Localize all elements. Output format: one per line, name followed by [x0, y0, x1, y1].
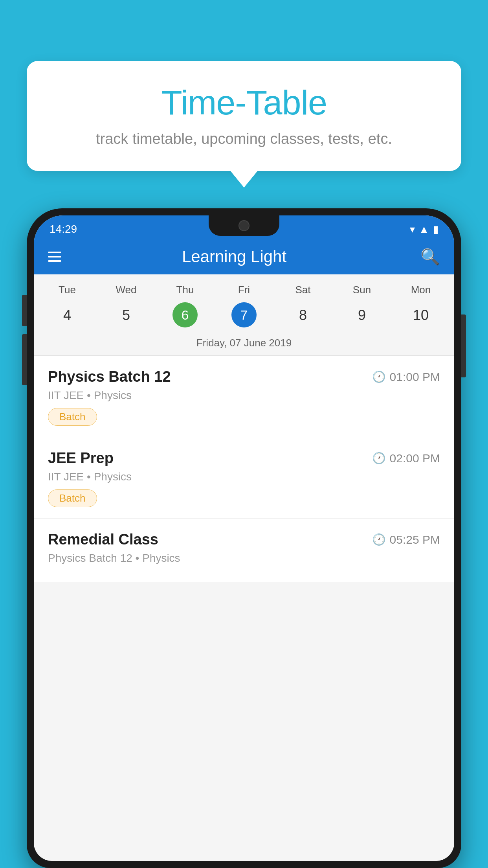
schedule-item-time-1: 🕐 01:00 PM	[372, 370, 440, 384]
day-10[interactable]: 10	[391, 302, 450, 328]
schedule-item-title-2: JEE Prep	[48, 450, 114, 467]
schedule-item-time-3: 🕐 05:25 PM	[372, 533, 440, 546]
status-icons: ▾ ▲ ▮	[410, 223, 438, 235]
phone-mockup: 14:29 ▾ ▲ ▮ Learning Light 🔍	[27, 208, 461, 868]
day-8[interactable]: 8	[273, 302, 332, 328]
schedule-item-time-2: 🕐 02:00 PM	[372, 452, 440, 465]
time-value-1: 01:00 PM	[390, 370, 440, 384]
search-button[interactable]: 🔍	[420, 248, 440, 266]
phone-screen: 14:29 ▾ ▲ ▮ Learning Light 🔍	[34, 215, 454, 861]
day-labels-row: Tue Wed Thu Fri Sat Sun Mon	[34, 281, 454, 299]
app-header: Learning Light 🔍	[34, 239, 454, 274]
day-9[interactable]: 9	[332, 302, 391, 328]
schedule-item-sub-3: Physics Batch 12 • Physics	[48, 552, 440, 565]
day-label-wed: Wed	[97, 281, 156, 299]
day-6-today[interactable]: 6	[172, 302, 198, 327]
time-value-2: 02:00 PM	[390, 452, 440, 465]
tooltip-card: Time-Table track timetable, upcoming cla…	[27, 61, 461, 171]
schedule-item-sub-2: IIT JEE • Physics	[48, 471, 440, 483]
front-camera	[238, 220, 250, 231]
time-value-3: 05:25 PM	[390, 533, 440, 546]
schedule-item-title-3: Remedial Class	[48, 531, 158, 548]
schedule-item-header-2: JEE Prep 🕐 02:00 PM	[48, 450, 440, 467]
volume-button-up	[22, 295, 27, 326]
app-title: Learning Light	[48, 247, 420, 266]
schedule-item-header-3: Remedial Class 🕐 05:25 PM	[48, 531, 440, 548]
day-label-tue: Tue	[38, 281, 97, 299]
schedule-item-sub-1: IIT JEE • Physics	[48, 389, 440, 402]
day-5[interactable]: 5	[97, 302, 156, 328]
wifi-icon: ▾	[410, 223, 415, 235]
volume-button-down	[22, 334, 27, 385]
batch-badge-2: Batch	[48, 489, 97, 507]
signal-icon: ▲	[419, 223, 429, 235]
calendar-strip: Tue Wed Thu Fri Sat Sun Mon 4 5 6 7 8	[34, 274, 454, 356]
clock-icon-3: 🕐	[372, 533, 386, 546]
schedule-item-physics-batch[interactable]: Physics Batch 12 🕐 01:00 PM IIT JEE • Ph…	[34, 356, 454, 437]
day-label-mon: Mon	[391, 281, 450, 299]
clock-icon-2: 🕐	[372, 452, 386, 465]
schedule-item-jee-prep[interactable]: JEE Prep 🕐 02:00 PM IIT JEE • Physics Ba…	[34, 437, 454, 519]
status-time: 14:29	[50, 223, 77, 235]
day-numbers-row: 4 5 6 7 8 9 10	[34, 299, 454, 333]
day-label-sat: Sat	[273, 281, 332, 299]
tooltip-title: Time-Table	[50, 83, 438, 123]
batch-badge-1: Batch	[48, 408, 97, 426]
power-button	[461, 314, 466, 377]
phone-notch	[209, 215, 279, 236]
day-label-sun: Sun	[332, 281, 391, 299]
day-7-selected[interactable]: 7	[231, 302, 257, 327]
day-4[interactable]: 4	[38, 302, 97, 328]
schedule-item-header-1: Physics Batch 12 🕐 01:00 PM	[48, 368, 440, 385]
clock-icon-1: 🕐	[372, 370, 386, 383]
schedule-list: Physics Batch 12 🕐 01:00 PM IIT JEE • Ph…	[34, 356, 454, 582]
selected-date-label: Friday, 07 June 2019	[34, 333, 454, 355]
schedule-item-remedial[interactable]: Remedial Class 🕐 05:25 PM Physics Batch …	[34, 519, 454, 582]
day-label-fri: Fri	[215, 281, 273, 299]
schedule-item-title-1: Physics Batch 12	[48, 368, 171, 385]
day-label-thu: Thu	[156, 281, 215, 299]
tooltip-subtitle: track timetable, upcoming classes, tests…	[50, 131, 438, 147]
battery-icon: ▮	[433, 223, 438, 235]
